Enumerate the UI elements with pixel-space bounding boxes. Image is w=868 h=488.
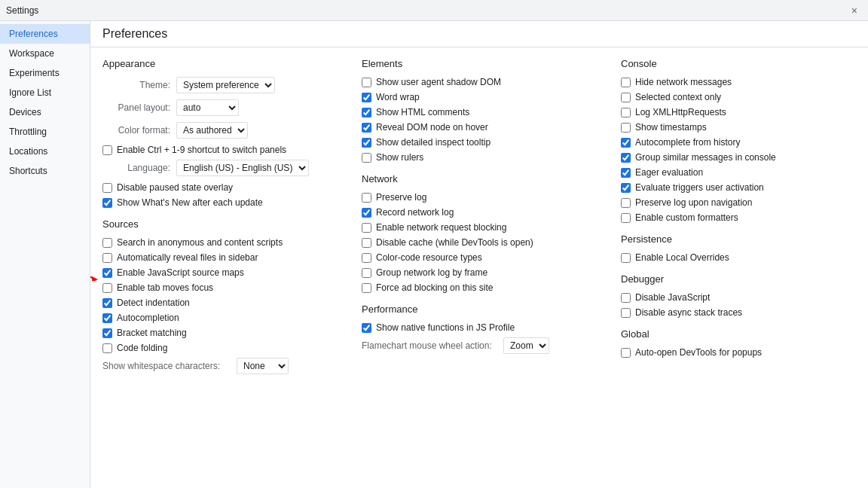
close-button[interactable]: × xyxy=(847,3,862,18)
checkbox-row-auto_reveal: Automatically reveal files in sidebar xyxy=(102,252,338,263)
sidebar-item-workspace[interactable]: Workspace xyxy=(0,44,90,63)
checkbox-timestamps[interactable] xyxy=(621,123,631,133)
checkbox-word_wrap[interactable] xyxy=(362,93,371,102)
checkbox-bracket_matching[interactable] xyxy=(102,328,112,338)
checkbox-shadow_dom[interactable] xyxy=(362,78,371,87)
checkbox-native_functions[interactable] xyxy=(362,323,371,333)
checkbox-row-word_wrap: Word wrap xyxy=(362,92,597,102)
checkbox-inspect_tooltip[interactable] xyxy=(362,138,371,148)
checkbox-code_folding[interactable] xyxy=(102,343,112,353)
sidebar-item-shortcuts[interactable]: Shortcuts xyxy=(0,161,90,181)
checkbox-local_overrides[interactable] xyxy=(621,253,631,263)
language-label: Language: xyxy=(102,163,170,173)
checkbox-row-hide_network: Hide network messages xyxy=(621,77,856,87)
checkbox-label-code_folding: Code folding xyxy=(117,343,167,353)
checkbox-tab_moves_focus[interactable] xyxy=(102,283,112,293)
checkbox-label-auto_open: Auto-open DevTools for popups xyxy=(635,347,762,358)
language-row: Language:English (US) - English (US) xyxy=(102,160,338,176)
checkbox-row-tab_moves_focus: Enable tab moves focus xyxy=(102,282,338,293)
checkbox-anon_scripts[interactable] xyxy=(102,238,112,248)
color-format-select[interactable]: As authoredHEXRGBHSL xyxy=(176,122,248,139)
sidebar-item-preferences[interactable]: Preferences xyxy=(0,24,90,44)
checkbox-label-tab_moves_focus: Enable tab moves focus xyxy=(117,282,213,293)
checkbox-row-group_network: Group network log by frame xyxy=(362,267,597,278)
checkbox-selected_context[interactable] xyxy=(621,93,631,102)
sidebar-item-locations[interactable]: Locations xyxy=(0,142,90,161)
checkbox-label-shadow_dom: Show user agent shadow DOM xyxy=(376,77,501,87)
checkbox-show_whats_new[interactable] xyxy=(102,198,112,208)
checkbox-evaluate_triggers[interactable] xyxy=(621,183,631,193)
sidebar-item-throttling[interactable]: Throttling xyxy=(0,122,90,142)
checkbox-enable_blocking[interactable] xyxy=(362,223,371,233)
checkbox-log_xml[interactable] xyxy=(621,108,631,117)
checkbox-label-autocompletion: Autocompletion xyxy=(117,313,179,323)
checkbox-label-eager_eval: Eager evaluation xyxy=(635,167,703,178)
theme-select[interactable]: System preferenceLightDark xyxy=(176,77,275,93)
checkbox-auto_reveal[interactable] xyxy=(102,253,112,263)
checkbox-row-detect_indent: Detect indentation xyxy=(102,297,338,308)
checkbox-label-anon_scripts: Search in anonymous and content scripts xyxy=(117,237,283,248)
checkbox-label-evaluate_triggers: Evaluate triggers user activation xyxy=(635,182,764,193)
console-title: Console xyxy=(621,58,856,69)
checkbox-auto_open[interactable] xyxy=(621,348,631,358)
language-select[interactable]: English (US) - English (US) xyxy=(176,160,309,176)
checkbox-disable_js[interactable] xyxy=(621,293,631,303)
checkbox-label-group_network: Group network log by frame xyxy=(376,267,487,278)
checkbox-preserve_log_nav[interactable] xyxy=(621,198,631,208)
panel-layout-select[interactable]: autohorizontalvertical xyxy=(176,99,239,116)
checkbox-record_network[interactable] xyxy=(362,208,371,218)
checkbox-hide_network[interactable] xyxy=(621,78,631,87)
checkbox-group_network[interactable] xyxy=(362,268,371,278)
checkbox-row-native_functions: Show native functions in JS Profile xyxy=(362,322,597,333)
checkbox-disable_cache[interactable] xyxy=(362,238,371,248)
checkbox-row-force_ad_blocking: Force ad blocking on this site xyxy=(362,282,597,293)
persistence-title: Persistence xyxy=(621,233,856,245)
checkbox-row-preserve_log_nav: Preserve log upon navigation xyxy=(621,197,856,208)
content-body: AppearanceTheme:System preferenceLightDa… xyxy=(90,47,868,488)
checkbox-row-preserve_log: Preserve log xyxy=(362,192,597,203)
checkbox-preserve_log[interactable] xyxy=(362,193,371,203)
checkbox-row-js_source_maps: Enable JavaScript source maps xyxy=(102,267,338,278)
checkbox-js_source_maps[interactable] xyxy=(102,268,112,278)
flamechart-label: Flamechart mouse wheel action: xyxy=(362,340,497,351)
checkbox-force_ad_blocking[interactable] xyxy=(362,283,371,293)
checkbox-row-disable_js: Disable JavaScript xyxy=(621,292,856,303)
checkbox-row-eager_eval: Eager evaluation xyxy=(621,167,856,178)
performance-title: Performance xyxy=(362,303,597,315)
checkbox-custom_formatters[interactable] xyxy=(621,213,631,223)
checkbox-label-disable_overlay: Disable paused state overlay xyxy=(117,182,233,193)
checkbox-disable_async[interactable] xyxy=(621,308,631,318)
sources-title: Sources xyxy=(102,218,338,230)
flamechart-select[interactable]: ZoomScroll xyxy=(503,337,549,354)
checkbox-html_comments[interactable] xyxy=(362,108,371,117)
sidebar-item-experiments[interactable]: Experiments xyxy=(0,63,90,83)
flamechart-row: Flamechart mouse wheel action:ZoomScroll xyxy=(362,337,597,354)
svg-marker-1 xyxy=(92,276,98,281)
checkbox-reveal_dom[interactable] xyxy=(362,123,371,133)
sidebar-item-ignore-list[interactable]: Ignore List xyxy=(0,83,90,102)
checkbox-row-show_whats_new: Show What's New after each update xyxy=(102,197,338,208)
checkbox-label-autocomplete_history: Autocomplete from history xyxy=(635,137,740,148)
whitespace-select[interactable]: NoneTrailingAll xyxy=(237,358,289,374)
checkbox-label-ctrl19: Enable Ctrl + 1-9 shortcut to switch pan… xyxy=(117,145,286,155)
checkbox-autocomplete_history[interactable] xyxy=(621,138,631,148)
checkbox-eager_eval[interactable] xyxy=(621,168,631,178)
checkbox-detect_indent[interactable] xyxy=(102,298,112,308)
theme-row: Theme:System preferenceLightDark xyxy=(102,77,338,93)
checkbox-row-local_overrides: Enable Local Overrides xyxy=(621,252,856,263)
checkbox-color_code[interactable] xyxy=(362,253,371,263)
checkbox-ctrl19[interactable] xyxy=(102,145,112,155)
checkbox-disable_overlay[interactable] xyxy=(102,183,112,193)
checkbox-row-anon_scripts: Search in anonymous and content scripts xyxy=(102,237,338,248)
checkbox-row-custom_formatters: Enable custom formatters xyxy=(621,212,856,223)
checkbox-row-disable_cache: Disable cache (while DevTools is open) xyxy=(362,237,597,248)
sidebar-item-devices[interactable]: Devices xyxy=(0,102,90,122)
checkbox-label-inspect_tooltip: Show detailed inspect tooltip xyxy=(376,137,491,148)
checkbox-label-log_xml: Log XMLHttpRequests xyxy=(635,107,726,117)
checkbox-row-record_network: Record network log xyxy=(362,207,597,218)
checkbox-autocompletion[interactable] xyxy=(102,313,112,323)
checkbox-show_rulers[interactable] xyxy=(362,153,371,163)
checkbox-group_similar[interactable] xyxy=(621,153,631,163)
color-format-row: Color format:As authoredHEXRGBHSL xyxy=(102,122,338,139)
appearance-title: Appearance xyxy=(102,58,338,69)
